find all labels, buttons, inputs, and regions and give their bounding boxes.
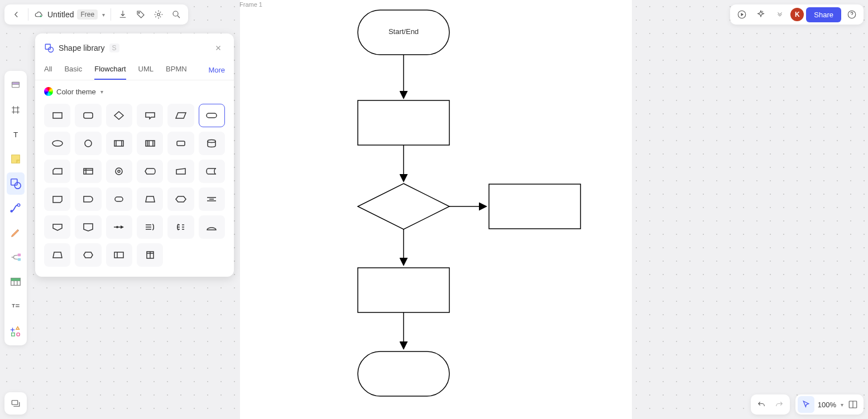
shape-cylinder[interactable] <box>199 132 225 155</box>
shape-extract[interactable] <box>199 215 225 239</box>
shape-delay[interactable] <box>75 187 101 211</box>
svg-point-22 <box>17 333 20 336</box>
settings-button[interactable] <box>150 6 167 23</box>
tab-bpmn[interactable]: BPMN <box>166 60 187 80</box>
svg-rect-17 <box>11 278 21 281</box>
svg-rect-28 <box>84 113 93 118</box>
sticky-tool[interactable] <box>7 148 25 170</box>
panel-title: Shape library <box>59 44 105 52</box>
shape-manual-input[interactable] <box>137 187 163 211</box>
tab-uml[interactable]: UML <box>138 60 154 80</box>
shape-round-small[interactable] <box>167 132 194 155</box>
search-button[interactable] <box>168 6 185 23</box>
svg-point-11 <box>15 182 21 189</box>
shape-predef[interactable] <box>106 132 132 155</box>
zoom-level[interactable]: 100% <box>816 401 838 409</box>
color-theme-label: Color theme <box>56 88 96 96</box>
color-theme-selector[interactable]: Color theme ▾ <box>35 80 234 100</box>
mindmap-tool[interactable] <box>7 246 25 268</box>
process-node-2[interactable] <box>358 268 449 312</box>
process-node-1[interactable] <box>358 100 449 145</box>
tab-basic[interactable]: Basic <box>64 60 82 80</box>
color-wheel-icon <box>44 87 53 96</box>
shape-prep[interactable] <box>106 187 132 211</box>
expand-button[interactable] <box>771 6 788 23</box>
table-tool[interactable] <box>7 271 25 293</box>
tag-button[interactable] <box>132 6 149 23</box>
share-button[interactable]: Share <box>806 7 841 22</box>
process-node-right[interactable] <box>489 184 581 229</box>
shape-summing[interactable] <box>106 215 132 239</box>
shape-or[interactable] <box>137 215 163 239</box>
download-button[interactable] <box>114 6 131 23</box>
shape-round-rect[interactable] <box>75 104 101 127</box>
chevron-down-icon: ▾ <box>100 89 103 95</box>
shape-hexagon[interactable] <box>167 187 194 211</box>
shape-ellipse[interactable] <box>44 132 70 155</box>
shape-callout[interactable] <box>137 104 163 127</box>
shape-merge[interactable] <box>44 243 70 267</box>
panel-shortcut: S <box>109 44 119 52</box>
svg-marker-50 <box>146 196 155 202</box>
back-button[interactable] <box>8 6 25 23</box>
shape-display[interactable] <box>137 160 163 183</box>
tabs-more[interactable]: More <box>208 66 225 74</box>
present-button[interactable] <box>733 6 750 23</box>
shape-tool[interactable] <box>7 172 25 195</box>
undo-button[interactable] <box>753 396 770 413</box>
cloud-icon <box>34 9 44 20</box>
ai-button[interactable] <box>752 6 769 23</box>
shape-offpage2[interactable] <box>75 215 101 239</box>
svg-marker-48 <box>176 168 185 174</box>
svg-text:T: T <box>12 303 15 309</box>
shape-terminator[interactable] <box>199 104 225 127</box>
chevron-down-icon[interactable]: ▾ <box>841 402 843 408</box>
shape-diamond[interactable] <box>106 104 132 127</box>
select-tool[interactable] <box>7 74 25 97</box>
layers-button[interactable] <box>4 392 27 415</box>
shape-document[interactable] <box>137 243 163 267</box>
shape-circle[interactable] <box>75 132 101 155</box>
connector-tool[interactable] <box>7 197 25 219</box>
decision-node[interactable] <box>358 184 449 229</box>
tab-all[interactable]: All <box>44 60 52 80</box>
frame-label: Frame 1 <box>239 1 262 8</box>
shape-collate[interactable] <box>167 215 194 239</box>
svg-point-3 <box>173 11 178 16</box>
shape-internal[interactable] <box>75 160 101 183</box>
start-node-label: Start/End <box>389 27 419 36</box>
shape-manual[interactable] <box>167 160 194 183</box>
shape-rect[interactable] <box>44 104 70 127</box>
shape-parallelogram[interactable] <box>167 104 194 127</box>
shape-card[interactable] <box>44 160 70 183</box>
shape-divider-shape[interactable] <box>199 187 225 211</box>
pages-button[interactable] <box>845 396 861 413</box>
shape-multidoc[interactable] <box>106 243 132 267</box>
shape-predef2[interactable] <box>137 132 163 155</box>
pencil-tool[interactable] <box>7 221 25 244</box>
close-button[interactable] <box>212 41 225 55</box>
text-tool[interactable]: T <box>7 123 25 146</box>
more-shapes-tool[interactable] <box>7 320 25 342</box>
frame-tool[interactable] <box>7 99 25 121</box>
redo-button[interactable] <box>771 396 788 413</box>
end-node[interactable] <box>358 351 449 396</box>
text-block-tool[interactable]: T <box>7 295 25 317</box>
bottom-right-toolbar: 100% ▾ <box>751 394 864 415</box>
cursor-mode-button[interactable] <box>798 396 814 413</box>
shape-stored[interactable] <box>199 160 225 183</box>
shape-sort[interactable] <box>75 243 101 267</box>
shape-offpage[interactable] <box>44 215 70 239</box>
canvas-frame[interactable]: Frame 1 Start/End <box>240 0 632 419</box>
avatar[interactable]: K <box>790 8 804 21</box>
svg-point-13 <box>17 204 20 206</box>
shape-connector[interactable] <box>106 160 132 183</box>
shape-loop[interactable] <box>44 187 70 211</box>
tab-flowchart[interactable]: Flowchart <box>94 60 126 80</box>
document-title-area[interactable]: Untitled Free ▾ <box>32 9 107 20</box>
svg-point-2 <box>157 13 160 16</box>
svg-rect-14 <box>18 254 21 257</box>
help-button[interactable] <box>843 6 860 23</box>
svg-marker-56 <box>121 225 124 229</box>
shape-library-panel: Shape library S All Basic Flowchart UML … <box>35 33 234 277</box>
